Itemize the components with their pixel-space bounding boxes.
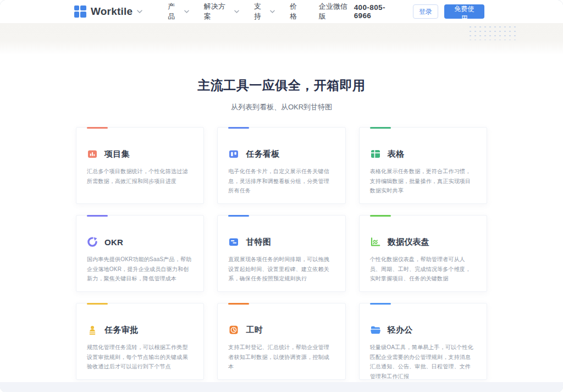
table-icon (370, 148, 381, 159)
next-section-edge (0, 382, 563, 392)
dashboard-chart-icon (370, 236, 381, 247)
card-description: 汇总多个项目数据统计，个性化筛选过滤所需数据，高效汇报和同步项目进度 (87, 167, 193, 186)
card-accent-line (370, 127, 391, 129)
card-title: 任务看板 (246, 149, 279, 159)
card-accent-line (228, 127, 249, 129)
card-title: OKR (104, 238, 123, 247)
card-description: 直观展现各项任务的时间排期，可以拖拽设置起始时间、设置里程碑、建立依赖关系，确保… (228, 255, 334, 284)
feature-card-work-hours: 工时 支持工时登记、汇总统计，帮助企业管理者获知工时数据，以便协调资源，控制成本 (217, 303, 345, 380)
nav-item-label: 企业微信版 (319, 2, 354, 21)
top-navbar: Worktile 产品 解决方案 支持 价格 企业微信版 (0, 0, 563, 23)
card-accent-line (370, 215, 391, 217)
feature-grid: 项目集 汇总多个项目数据统计，个性化筛选过滤所需数据，高效汇报和同步项目进度 任… (76, 127, 487, 380)
work-hours-clock-icon (228, 324, 239, 335)
card-accent-line (370, 303, 391, 305)
worktile-logo-icon (74, 5, 86, 18)
office-folder-icon (370, 324, 381, 335)
feature-card-project-portfolio: 项目集 汇总多个项目数据统计，个性化筛选过滤所需数据，高效汇报和同步项目进度 (76, 127, 204, 204)
gantt-chart-icon (228, 236, 239, 247)
project-portfolio-icon (87, 148, 98, 159)
dot-pattern-decoration (468, 25, 516, 40)
phone-number: 400-805-6966 (354, 3, 402, 20)
card-accent-line (228, 303, 249, 305)
kanban-board-icon (228, 148, 239, 159)
feature-card-gantt: 甘特图 直观展现各项任务的时间排期，可以拖拽设置起始时间、设置里程碑、建立依赖关… (217, 215, 345, 292)
card-accent-line (87, 215, 108, 217)
free-trial-button[interactable]: 免费使用 (444, 4, 484, 19)
nav-item-label: 价格 (290, 2, 304, 21)
card-title: 项目集 (104, 149, 130, 159)
login-button[interactable]: 登录 (413, 4, 438, 19)
card-title: 任务审批 (104, 325, 138, 335)
approval-user-icon (87, 324, 98, 335)
card-accent-line (228, 215, 249, 217)
nav-item-pricing[interactable]: 价格 (290, 2, 304, 21)
card-description: 国内率先提供OKR功能的SaaS产品，帮助企业落地OKR，提升企业成员自驱力和创… (87, 255, 193, 284)
feature-card-table: 表格 表格化展示任务数据，更符合工作习惯，支持编辑数据，批量操作，真正实现项目数… (359, 127, 487, 204)
card-title: 甘特图 (246, 237, 271, 247)
hero-band (0, 23, 563, 55)
card-description: 轻量级OA工具，简单易上手，可以个性化匹配企业需要的办公管理规则，支持消息汇总通… (370, 343, 476, 381)
nav-item-label: 产品 (168, 2, 181, 21)
nav-item-wechat-work[interactable]: 企业微信版 (319, 2, 354, 21)
navbar-actions: 400-805-6966 登录 免费使用 (354, 3, 484, 20)
nav-item-solutions[interactable]: 解决方案 (204, 2, 239, 21)
card-description: 个性化数据仪表盘，帮助管理者可从人员、周期、工时、完成情况等多个维度，实时掌握项… (370, 255, 476, 284)
main-menu: 产品 解决方案 支持 价格 企业微信版 (168, 2, 354, 21)
nav-item-label: 解决方案 (204, 2, 232, 21)
brand-name: Worktile (91, 5, 133, 18)
card-description: 规范化管理任务流转，可以根据工作类型设置审批规则，每个节点输出的关键成果验收通过… (87, 343, 193, 372)
section-subtitle: 从列表到看板、从OKR到甘特图 (0, 102, 563, 112)
chevron-down-icon (137, 10, 142, 13)
card-title: 表格 (388, 149, 405, 159)
nav-item-support[interactable]: 支持 (254, 2, 275, 21)
card-description: 表格化展示任务数据，更符合工作习惯，支持编辑数据，批量操作，真正实现项目数据实时… (370, 167, 476, 196)
worktile-landing-page: Worktile 产品 解决方案 支持 价格 企业微信版 (0, 0, 563, 392)
chevron-down-icon (234, 10, 239, 13)
features-section: 主流工具一应俱全，开箱即用 从列表到看板、从OKR到甘特图 项目集 汇总多个项目… (0, 77, 563, 380)
card-description: 电子化任务卡片，自定义展示任务关键信息，灵活排序和调整看板分组，分类管理所有任务 (228, 167, 334, 196)
feature-card-kanban: 任务看板 电子化任务卡片，自定义展示任务关键信息，灵活排序和调整看板分组，分类管… (217, 127, 345, 204)
okr-target-icon (87, 236, 98, 247)
card-description: 支持工时登记、汇总统计，帮助企业管理者获知工时数据，以便协调资源，控制成本 (228, 343, 334, 372)
chevron-down-icon (184, 10, 189, 13)
feature-card-okr: OKR 国内率先提供OKR功能的SaaS产品，帮助企业落地OKR，提升企业成员自… (76, 215, 204, 292)
chevron-down-icon (270, 10, 275, 13)
nav-item-label: 支持 (254, 2, 268, 21)
feature-card-dashboard: 数据仪表盘 个性化数据仪表盘，帮助管理者可从人员、周期、工时、完成情况等多个维度… (359, 215, 487, 292)
nav-item-products[interactable]: 产品 (168, 2, 189, 21)
card-title: 轻办公 (388, 325, 413, 335)
brand-home-link[interactable]: Worktile (74, 5, 142, 18)
section-title: 主流工具一应俱全，开箱即用 (0, 77, 563, 94)
card-accent-line (87, 303, 108, 305)
card-accent-line (87, 127, 108, 129)
card-title: 数据仪表盘 (388, 237, 430, 247)
feature-card-light-office: 轻办公 轻量级OA工具，简单易上手，可以个性化匹配企业需要的办公管理规则，支持消… (359, 303, 487, 380)
feature-card-approval: 任务审批 规范化管理任务流转，可以根据工作类型设置审批规则，每个节点输出的关键成… (76, 303, 204, 380)
card-title: 工时 (246, 325, 263, 335)
